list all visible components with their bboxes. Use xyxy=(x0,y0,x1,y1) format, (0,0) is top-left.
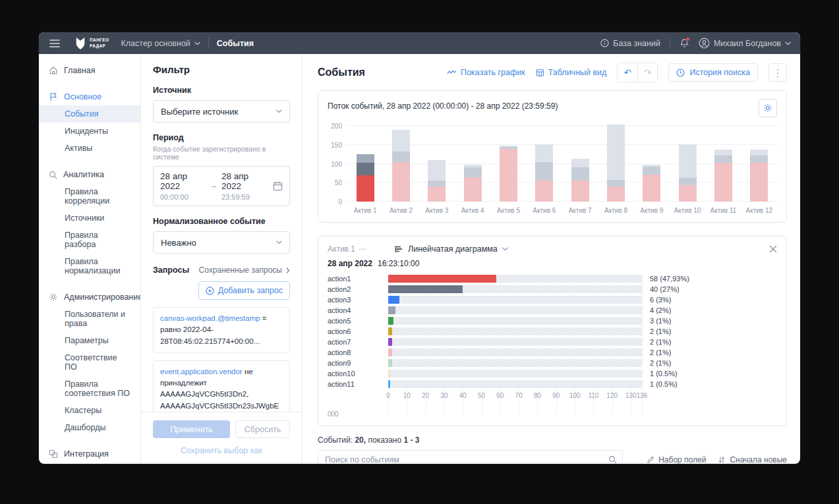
x-axis-labels: Актив 1Актив 2Актив 3Актив 4Актив 5Актив… xyxy=(347,207,777,214)
action-bar xyxy=(388,327,392,335)
redo-button[interactable]: ↷ xyxy=(637,63,657,82)
x-tick-label: 0 xyxy=(386,392,390,399)
logo-text: ПАНГЕОРАДАР xyxy=(90,38,109,48)
topbar-divider xyxy=(670,38,670,49)
save-selection-link[interactable]: Сохранить выбор как xyxy=(153,446,290,455)
x-axis-label: Актив 12 xyxy=(741,207,777,214)
table-view-link[interactable]: Табличный вид xyxy=(536,68,607,77)
stacked-bar xyxy=(571,159,589,202)
query-chip[interactable]: event.application.vendor не принадлежит … xyxy=(153,360,290,412)
event-flow-bar[interactable] xyxy=(705,123,741,202)
events-search-input[interactable] xyxy=(318,450,623,464)
bar-segment xyxy=(750,150,768,155)
bar-track xyxy=(388,275,642,283)
more-options-button[interactable]: ⋮ xyxy=(768,63,787,82)
undo-button[interactable]: ↶ xyxy=(618,63,637,82)
event-flow-bar[interactable] xyxy=(419,123,455,202)
sidebar-item[interactable]: Кластеры xyxy=(39,402,140,419)
sidebar-item[interactable]: Соответствие ПО xyxy=(39,349,140,376)
saved-queries-link[interactable]: Сохраненные запросы xyxy=(199,266,290,275)
chevdown-icon xyxy=(276,240,282,244)
x-axis-label: Актив 8 xyxy=(598,207,633,214)
knowledge-base-link[interactable]: База знаний xyxy=(600,39,660,48)
sidebar-section-head-main[interactable]: Основное xyxy=(39,88,140,105)
x-axis-label: Актив 4 xyxy=(455,207,490,214)
period-range-picker[interactable]: 28 апр 2022 00:00:00 – 28 апр 2022 23:59… xyxy=(153,166,290,206)
event-flow-bar[interactable] xyxy=(455,123,490,202)
sidebar-section-head-admin[interactable]: Администрирование xyxy=(39,289,140,306)
date-to: 28 апр 2022 23:59:59 xyxy=(221,171,268,201)
bar-track xyxy=(388,380,642,388)
menu-button[interactable] xyxy=(48,38,61,49)
bar-segment xyxy=(714,163,732,202)
event-flow-bar[interactable] xyxy=(670,123,705,202)
x-tick-label: 50 xyxy=(478,392,485,399)
x-tick-label: 30 xyxy=(440,392,448,399)
query-chip[interactable]: canvas-workpad.@timestamp = равно 2022-0… xyxy=(153,307,290,353)
apply-button[interactable]: Применить xyxy=(153,420,230,438)
date-dash: – xyxy=(212,182,216,191)
sidebar-item[interactable]: Параметры xyxy=(39,332,140,349)
user-menu[interactable]: Михаил Богданов xyxy=(699,38,791,49)
bar-segment xyxy=(428,186,446,202)
sidebar-section-home: Главная xyxy=(39,62,140,79)
action-label: action7 xyxy=(328,338,388,346)
source-select-value: Выберите источник xyxy=(161,107,238,117)
bar-segment xyxy=(392,152,410,162)
sidebar-item[interactable]: Инциденты xyxy=(39,123,140,140)
sort-order-button[interactable]: Сначала новые xyxy=(718,455,787,464)
source-select[interactable]: Выберите источник xyxy=(153,100,290,123)
search-icon xyxy=(49,171,57,179)
sidebar-section-head-home[interactable]: Главная xyxy=(39,62,140,79)
chart-settings-button[interactable] xyxy=(759,99,777,117)
chart-type-selector[interactable]: Линейчатая диаграмма xyxy=(394,244,508,254)
bar-track xyxy=(388,370,642,378)
bar-segment xyxy=(428,181,446,186)
event-flow-bar[interactable] xyxy=(490,123,526,202)
field-set-button[interactable]: Набор полей xyxy=(647,455,706,464)
sidebar-item[interactable]: API ключи xyxy=(39,462,140,464)
chevdown-icon xyxy=(502,247,508,251)
cluster-selector[interactable]: Кластер основной xyxy=(121,39,200,48)
knowledge-base-label: База знаний xyxy=(613,39,660,48)
bar-segment xyxy=(750,163,768,202)
sidebar-section-head-analytics[interactable]: Аналитика xyxy=(39,166,140,183)
x-tick-label: 130 xyxy=(625,392,637,399)
action-label: action9 xyxy=(328,359,388,367)
sidebar-item[interactable]: Правила соответствия ПО xyxy=(39,376,140,402)
event-flow-bar[interactable] xyxy=(634,123,670,202)
sidebar-section-head-integration[interactable]: Интеграция xyxy=(39,445,140,462)
sidebar-item[interactable]: Пользователи и права xyxy=(39,306,140,332)
event-flow-bar[interactable] xyxy=(527,123,562,202)
source-label: Источник xyxy=(153,86,290,95)
sidebar-item[interactable]: Правила нормализации xyxy=(39,253,140,279)
sidebar-item[interactable]: Дашборды xyxy=(39,419,140,436)
normalized-select[interactable]: Неважно xyxy=(153,231,290,254)
sidebar-item[interactable]: Активы xyxy=(39,140,140,157)
sidebar-item[interactable]: События xyxy=(39,105,140,123)
event-flow-bar[interactable] xyxy=(598,123,633,202)
search-history-label: История поиска xyxy=(689,68,750,77)
chevdown-icon xyxy=(194,42,200,45)
sidebar-item[interactable]: Источники xyxy=(39,210,140,227)
event-flow-bar[interactable] xyxy=(741,123,777,202)
search-history-button[interactable]: История поиска xyxy=(668,63,758,82)
bar-segment xyxy=(392,162,410,202)
x-axis-label: Актив 3 xyxy=(419,207,455,214)
close-chart-button[interactable] xyxy=(769,245,777,253)
notifications-button[interactable] xyxy=(680,38,689,48)
sidebar-section-label: Интеграция xyxy=(64,449,109,459)
chevdown-icon xyxy=(785,42,791,45)
add-query-button[interactable]: Добавить запрос xyxy=(198,281,290,300)
period-hint: Когда событие зарегистрировано в системе xyxy=(153,145,290,161)
event-flow-bar[interactable] xyxy=(347,123,383,202)
asset-selector[interactable]: Актив 1 ⋯ xyxy=(328,244,366,254)
sidebar-item[interactable]: Правила разбора xyxy=(39,227,140,253)
sidebar-item[interactable]: Правила корреляции xyxy=(39,183,140,210)
bar-track xyxy=(388,327,642,335)
reset-button[interactable]: Сбросить xyxy=(235,420,290,438)
event-flow-bar[interactable] xyxy=(562,123,598,202)
undo-redo-group: ↶ ↷ xyxy=(617,63,658,82)
show-chart-link[interactable]: Показать график xyxy=(447,68,525,77)
event-flow-bar[interactable] xyxy=(383,123,419,202)
